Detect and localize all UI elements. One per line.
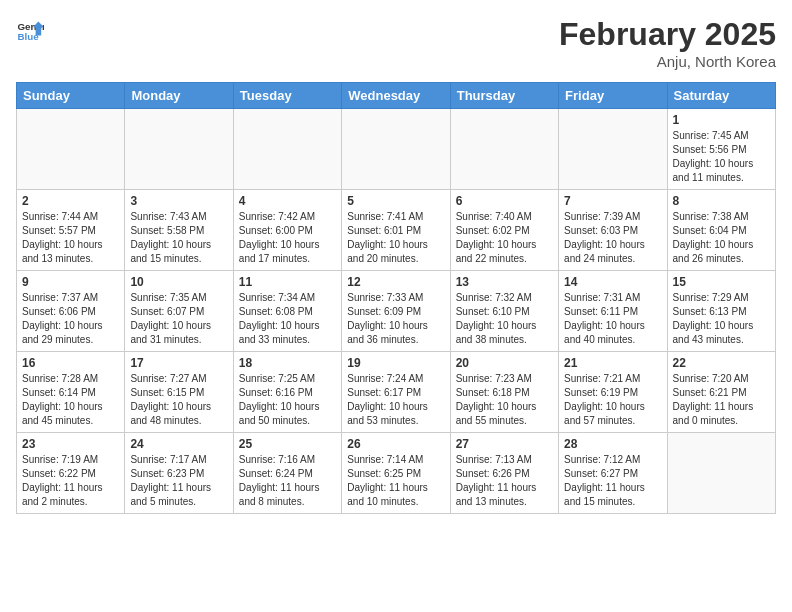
day-info: Sunrise: 7:27 AM Sunset: 6:15 PM Dayligh… [130, 372, 227, 428]
calendar-cell [125, 109, 233, 190]
day-number: 18 [239, 356, 336, 370]
calendar-cell: 6Sunrise: 7:40 AM Sunset: 6:02 PM Daylig… [450, 190, 558, 271]
calendar-week-row: 16Sunrise: 7:28 AM Sunset: 6:14 PM Dayli… [17, 352, 776, 433]
day-info: Sunrise: 7:13 AM Sunset: 6:26 PM Dayligh… [456, 453, 553, 509]
day-number: 17 [130, 356, 227, 370]
calendar-cell: 8Sunrise: 7:38 AM Sunset: 6:04 PM Daylig… [667, 190, 775, 271]
calendar-week-row: 23Sunrise: 7:19 AM Sunset: 6:22 PM Dayli… [17, 433, 776, 514]
day-info: Sunrise: 7:40 AM Sunset: 6:02 PM Dayligh… [456, 210, 553, 266]
day-number: 10 [130, 275, 227, 289]
day-info: Sunrise: 7:42 AM Sunset: 6:00 PM Dayligh… [239, 210, 336, 266]
calendar-cell: 23Sunrise: 7:19 AM Sunset: 6:22 PM Dayli… [17, 433, 125, 514]
calendar-cell: 2Sunrise: 7:44 AM Sunset: 5:57 PM Daylig… [17, 190, 125, 271]
day-info: Sunrise: 7:24 AM Sunset: 6:17 PM Dayligh… [347, 372, 444, 428]
calendar-cell [233, 109, 341, 190]
calendar-cell: 20Sunrise: 7:23 AM Sunset: 6:18 PM Dayli… [450, 352, 558, 433]
day-info: Sunrise: 7:33 AM Sunset: 6:09 PM Dayligh… [347, 291, 444, 347]
day-info: Sunrise: 7:31 AM Sunset: 6:11 PM Dayligh… [564, 291, 661, 347]
day-number: 22 [673, 356, 770, 370]
day-info: Sunrise: 7:39 AM Sunset: 6:03 PM Dayligh… [564, 210, 661, 266]
calendar-cell [667, 433, 775, 514]
day-info: Sunrise: 7:29 AM Sunset: 6:13 PM Dayligh… [673, 291, 770, 347]
day-info: Sunrise: 7:32 AM Sunset: 6:10 PM Dayligh… [456, 291, 553, 347]
day-info: Sunrise: 7:43 AM Sunset: 5:58 PM Dayligh… [130, 210, 227, 266]
weekday-header: Thursday [450, 83, 558, 109]
calendar-cell [17, 109, 125, 190]
calendar-cell: 11Sunrise: 7:34 AM Sunset: 6:08 PM Dayli… [233, 271, 341, 352]
day-info: Sunrise: 7:45 AM Sunset: 5:56 PM Dayligh… [673, 129, 770, 185]
day-number: 28 [564, 437, 661, 451]
calendar-cell: 19Sunrise: 7:24 AM Sunset: 6:17 PM Dayli… [342, 352, 450, 433]
day-number: 1 [673, 113, 770, 127]
day-info: Sunrise: 7:12 AM Sunset: 6:27 PM Dayligh… [564, 453, 661, 509]
day-number: 12 [347, 275, 444, 289]
day-number: 25 [239, 437, 336, 451]
calendar-cell: 24Sunrise: 7:17 AM Sunset: 6:23 PM Dayli… [125, 433, 233, 514]
day-number: 2 [22, 194, 119, 208]
day-number: 27 [456, 437, 553, 451]
day-info: Sunrise: 7:20 AM Sunset: 6:21 PM Dayligh… [673, 372, 770, 428]
weekday-header: Tuesday [233, 83, 341, 109]
day-number: 15 [673, 275, 770, 289]
page-header: General Blue February 2025 Anju, North K… [16, 16, 776, 70]
calendar-cell: 13Sunrise: 7:32 AM Sunset: 6:10 PM Dayli… [450, 271, 558, 352]
calendar-cell: 10Sunrise: 7:35 AM Sunset: 6:07 PM Dayli… [125, 271, 233, 352]
calendar-cell: 14Sunrise: 7:31 AM Sunset: 6:11 PM Dayli… [559, 271, 667, 352]
day-number: 11 [239, 275, 336, 289]
day-info: Sunrise: 7:17 AM Sunset: 6:23 PM Dayligh… [130, 453, 227, 509]
month-year: February 2025 [559, 16, 776, 53]
weekday-header-row: SundayMondayTuesdayWednesdayThursdayFrid… [17, 83, 776, 109]
calendar-cell [342, 109, 450, 190]
calendar-cell: 22Sunrise: 7:20 AM Sunset: 6:21 PM Dayli… [667, 352, 775, 433]
day-info: Sunrise: 7:25 AM Sunset: 6:16 PM Dayligh… [239, 372, 336, 428]
day-number: 24 [130, 437, 227, 451]
calendar-cell: 18Sunrise: 7:25 AM Sunset: 6:16 PM Dayli… [233, 352, 341, 433]
day-info: Sunrise: 7:35 AM Sunset: 6:07 PM Dayligh… [130, 291, 227, 347]
month-title: February 2025 Anju, North Korea [559, 16, 776, 70]
day-info: Sunrise: 7:14 AM Sunset: 6:25 PM Dayligh… [347, 453, 444, 509]
day-info: Sunrise: 7:34 AM Sunset: 6:08 PM Dayligh… [239, 291, 336, 347]
day-number: 6 [456, 194, 553, 208]
calendar-cell: 12Sunrise: 7:33 AM Sunset: 6:09 PM Dayli… [342, 271, 450, 352]
day-info: Sunrise: 7:38 AM Sunset: 6:04 PM Dayligh… [673, 210, 770, 266]
day-number: 23 [22, 437, 119, 451]
calendar-table: SundayMondayTuesdayWednesdayThursdayFrid… [16, 82, 776, 514]
calendar-cell: 17Sunrise: 7:27 AM Sunset: 6:15 PM Dayli… [125, 352, 233, 433]
day-info: Sunrise: 7:44 AM Sunset: 5:57 PM Dayligh… [22, 210, 119, 266]
day-number: 9 [22, 275, 119, 289]
calendar-cell: 5Sunrise: 7:41 AM Sunset: 6:01 PM Daylig… [342, 190, 450, 271]
day-info: Sunrise: 7:41 AM Sunset: 6:01 PM Dayligh… [347, 210, 444, 266]
day-number: 5 [347, 194, 444, 208]
weekday-header: Wednesday [342, 83, 450, 109]
day-number: 3 [130, 194, 227, 208]
calendar-cell: 28Sunrise: 7:12 AM Sunset: 6:27 PM Dayli… [559, 433, 667, 514]
day-info: Sunrise: 7:37 AM Sunset: 6:06 PM Dayligh… [22, 291, 119, 347]
calendar-cell: 16Sunrise: 7:28 AM Sunset: 6:14 PM Dayli… [17, 352, 125, 433]
day-info: Sunrise: 7:23 AM Sunset: 6:18 PM Dayligh… [456, 372, 553, 428]
day-number: 7 [564, 194, 661, 208]
calendar-week-row: 1Sunrise: 7:45 AM Sunset: 5:56 PM Daylig… [17, 109, 776, 190]
calendar-cell: 9Sunrise: 7:37 AM Sunset: 6:06 PM Daylig… [17, 271, 125, 352]
calendar-week-row: 2Sunrise: 7:44 AM Sunset: 5:57 PM Daylig… [17, 190, 776, 271]
day-number: 14 [564, 275, 661, 289]
calendar-cell: 7Sunrise: 7:39 AM Sunset: 6:03 PM Daylig… [559, 190, 667, 271]
day-number: 21 [564, 356, 661, 370]
day-number: 4 [239, 194, 336, 208]
day-number: 20 [456, 356, 553, 370]
weekday-header: Monday [125, 83, 233, 109]
day-info: Sunrise: 7:21 AM Sunset: 6:19 PM Dayligh… [564, 372, 661, 428]
weekday-header: Sunday [17, 83, 125, 109]
calendar-cell [450, 109, 558, 190]
weekday-header: Saturday [667, 83, 775, 109]
calendar-cell: 26Sunrise: 7:14 AM Sunset: 6:25 PM Dayli… [342, 433, 450, 514]
day-info: Sunrise: 7:19 AM Sunset: 6:22 PM Dayligh… [22, 453, 119, 509]
logo: General Blue [16, 16, 48, 44]
day-number: 19 [347, 356, 444, 370]
day-info: Sunrise: 7:28 AM Sunset: 6:14 PM Dayligh… [22, 372, 119, 428]
calendar-cell: 27Sunrise: 7:13 AM Sunset: 6:26 PM Dayli… [450, 433, 558, 514]
day-number: 26 [347, 437, 444, 451]
day-number: 13 [456, 275, 553, 289]
day-info: Sunrise: 7:16 AM Sunset: 6:24 PM Dayligh… [239, 453, 336, 509]
location: Anju, North Korea [559, 53, 776, 70]
day-number: 16 [22, 356, 119, 370]
